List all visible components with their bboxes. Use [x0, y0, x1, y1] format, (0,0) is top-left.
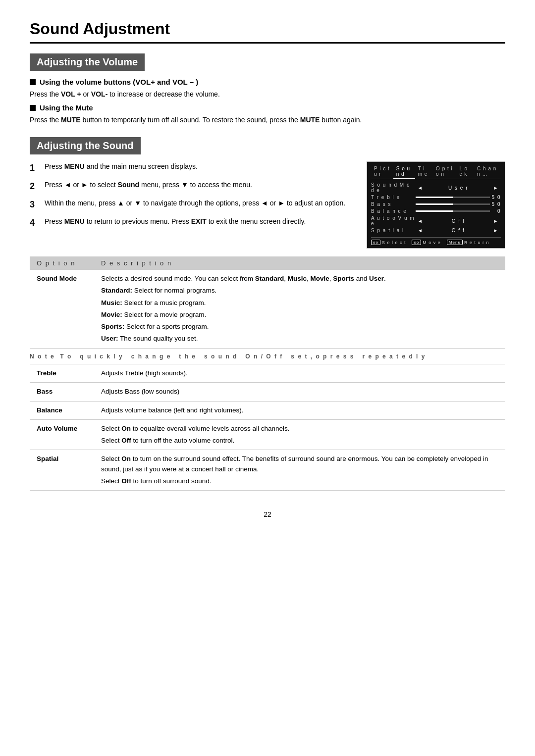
footer-return: Menu R e t u r n	[447, 240, 489, 245]
adjusting-volume-section: Adjusting the Volume Using the volume bu…	[30, 53, 505, 125]
mute-bold-1: MUTE	[61, 116, 81, 124]
bullet-square	[30, 79, 36, 85]
col-option-header: O p t i o n	[30, 256, 94, 270]
tab-lock: L o c k	[457, 165, 475, 179]
balance-bar	[416, 210, 490, 212]
sound-steps: 1 Press MENU and the main menu screen di…	[30, 161, 352, 249]
table-row-spatial: Spatial Select On to turn on the surroun…	[30, 450, 505, 491]
table-header-row: O p t i o n D e s c r i p t i o n	[30, 256, 505, 270]
table-row-bass: Bass Adjusts Bass (low sounds)	[30, 383, 505, 401]
steps-list: 1 Press MENU and the main menu screen di…	[30, 161, 352, 230]
option-auto-volume: Auto Volume	[30, 419, 94, 450]
bullet-square-2	[30, 105, 36, 111]
option-balance: Balance	[30, 401, 94, 419]
vol-buttons-text: Press the VOL + or VOL- to increase or d…	[30, 89, 505, 100]
desc-bass: Adjusts Bass (low sounds)	[94, 383, 505, 401]
table-row-balance: Balance Adjusts volume balance (left and…	[30, 401, 505, 419]
vol-minus-bold: VOL-	[91, 90, 107, 98]
treble-bar	[416, 197, 490, 198]
footer-move: oo M o v e	[412, 240, 440, 245]
menu-tabs: P i c t u r S o u n d T i m e O p t i o …	[371, 165, 501, 179]
move-icon: oo	[412, 240, 421, 245]
sound-content: 1 Press MENU and the main menu screen di…	[30, 161, 505, 249]
adjusting-sound-section: Adjusting the Sound 1 Press MENU and the…	[30, 137, 505, 491]
table-row-treble: Treble Adjusts Treble (high sounds).	[30, 364, 505, 383]
menu-row-treble: T r e b l e 5 0	[371, 195, 501, 200]
menu-bold-2: MENU	[64, 217, 85, 225]
desc-auto-volume: Select On to equalize overall volume lev…	[94, 419, 505, 450]
step-4: 4 Press MENU to return to previous menu.…	[30, 216, 352, 230]
mute-text: Press the MUTE button to temporarily tur…	[30, 115, 505, 125]
desc-sound-mode: Selects a desired sound mode. You can se…	[94, 270, 505, 348]
options-table: O p t i o n D e s c r i p t i o n Sound …	[30, 256, 505, 491]
page-number: 22	[30, 510, 505, 518]
adjusting-sound-heading: Adjusting the Sound	[30, 137, 141, 154]
tab-pictur: P i c t u r	[371, 165, 393, 179]
table-row-sound-mode: Sound Mode Selects a desired sound mode.…	[30, 270, 505, 348]
menu-bold-1: MENU	[64, 162, 85, 170]
desc-treble: Adjusts Treble (high sounds).	[94, 364, 505, 383]
option-sound-mode: Sound Mode	[30, 270, 94, 348]
menu-footer: oo S e l e c t oo M o v e Menu R e t u r…	[371, 237, 501, 245]
tab-sound: S o u n d	[393, 165, 415, 179]
menu-row-bass: B a s s 5 0	[371, 202, 501, 207]
tab-time: T i m e	[415, 165, 433, 179]
note-text: N o t e T o q u i c k l y c h a n g e t …	[30, 348, 505, 364]
col-description-header: D e s c r i p t i o n	[94, 256, 505, 270]
menu-row-balance: B a l a n c e 0	[371, 208, 501, 214]
mute-bold-2: MUTE	[300, 116, 320, 124]
tab-option: O p t i o n	[433, 165, 456, 179]
menu-screenshot: P i c t u r S o u n d T i m e O p t i o …	[367, 161, 505, 249]
exit-bold: EXIT	[191, 217, 207, 225]
menu-row-sound-mode: S o u n d M o d e ◄ U s e r ►	[371, 182, 501, 193]
sound-bold: Sound	[118, 181, 140, 189]
return-icon: Menu	[447, 240, 463, 245]
tab-chann: C h a n n …	[474, 165, 501, 179]
page-title: Sound Adjustment	[30, 20, 505, 44]
select-icon: oo	[371, 240, 380, 245]
menu-mockup: P i c t u r S o u n d T i m e O p t i o …	[367, 161, 505, 249]
option-spatial: Spatial	[30, 450, 94, 491]
vol-buttons-heading: Using the volume buttons (VOL+ and VOL –…	[30, 78, 505, 86]
adjusting-volume-heading: Adjusting the Volume	[30, 53, 145, 71]
step-2: 2 Press ◄ or ► to select Sound menu, pre…	[30, 180, 352, 193]
option-bass: Bass	[30, 383, 94, 401]
table-note-row: N o t e T o q u i c k l y c h a n g e t …	[30, 348, 505, 364]
bass-bar	[416, 203, 490, 205]
footer-select: oo S e l e c t	[371, 240, 406, 245]
step-1: 1 Press MENU and the main menu screen di…	[30, 161, 352, 175]
desc-spatial: Select On to turn on the surround sound …	[94, 450, 505, 491]
mute-heading: Using the Mute	[30, 103, 505, 112]
menu-row-autovolume: A u t o o V u m e ◄ O f f ►	[371, 215, 501, 226]
option-treble: Treble	[30, 364, 94, 383]
table-row-auto-volume: Auto Volume Select On to equalize overal…	[30, 419, 505, 450]
desc-balance: Adjusts volume balance (left and right v…	[94, 401, 505, 419]
vol-plus-bold: VOL +	[61, 90, 81, 98]
step-3: 3 Within the menu, press ▲ or ▼ to navig…	[30, 198, 352, 211]
menu-row-spatial: S p a t i a l ◄ O f f ►	[371, 228, 501, 233]
